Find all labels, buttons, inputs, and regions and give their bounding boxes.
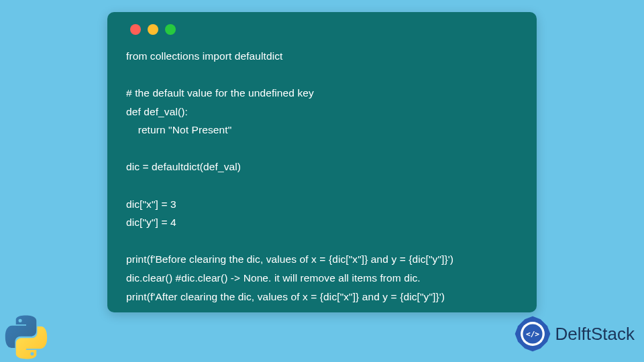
brand-name: DelftStack — [555, 324, 635, 345]
code-window: from collections import defaultdict # th… — [107, 12, 537, 312]
window-controls — [130, 24, 518, 35]
minimize-icon — [148, 24, 158, 35]
brand-badge: </> DelftStack — [514, 315, 635, 353]
python-logo-icon — [3, 314, 50, 361]
close-icon — [130, 24, 141, 35]
svg-text:</>: </> — [525, 330, 539, 339]
delft-gear-icon: </> — [514, 315, 551, 353]
maximize-icon — [165, 24, 176, 35]
code-block: from collections import defaultdict # th… — [126, 47, 518, 306]
